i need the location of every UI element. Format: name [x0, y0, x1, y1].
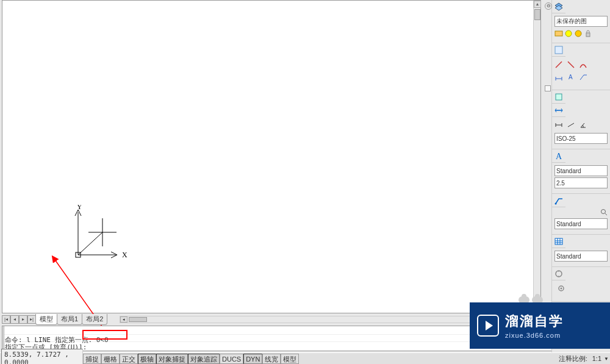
- table-style-label: Standard: [556, 253, 581, 260]
- text-icon: A: [554, 151, 564, 161]
- text-height-label: 2.5: [556, 180, 565, 187]
- svg-rect-15: [586, 33, 590, 37]
- dim-linear-icon[interactable]: [554, 121, 563, 130]
- leader-tool-icon[interactable]: [579, 73, 587, 82]
- layer-props-row: [554, 29, 608, 38]
- utilities-panel-icon[interactable]: [552, 267, 565, 280]
- toggle-polar[interactable]: 极轴: [138, 354, 156, 364]
- multileader-panel-icon[interactable]: [552, 194, 565, 207]
- tab-nav-prev[interactable]: ◂: [10, 315, 19, 324]
- toggle-model[interactable]: 模型: [281, 354, 299, 364]
- layer-lock-icon[interactable]: [584, 29, 592, 38]
- leader-style-label: Standard: [556, 221, 581, 227]
- svg-line-30: [568, 123, 574, 127]
- text-height-dropdown[interactable]: 2.5: [554, 177, 608, 188]
- line-tool-icon[interactable]: [554, 60, 563, 70]
- svg-point-13: [565, 30, 572, 37]
- constraints-panel-icon[interactable]: [552, 90, 565, 104]
- svg-text:Y: Y: [77, 205, 82, 211]
- watermark-url: zixue.3d66.com: [505, 332, 564, 339]
- svg-point-33: [601, 210, 606, 214]
- tab-layout2[interactable]: 布局2: [82, 314, 107, 325]
- tab-model[interactable]: 模型: [35, 314, 57, 325]
- watermark-logo: 溜溜自学 zixue.3d66.com: [470, 302, 610, 349]
- layer-props-icon[interactable]: [554, 29, 563, 38]
- layer-on-icon[interactable]: [564, 29, 573, 38]
- wrench-icon: [554, 269, 564, 279]
- leader-search-icon[interactable]: [600, 209, 608, 217]
- svg-point-14: [575, 30, 581, 37]
- text-style-dropdown[interactable]: Standard: [554, 165, 608, 176]
- svg-point-32: [555, 202, 557, 204]
- constraint-icon: [554, 92, 564, 102]
- layers-panel-icon[interactable]: [552, 0, 565, 13]
- svg-line-23: [580, 75, 584, 80]
- svg-line-7: [78, 232, 102, 255]
- leader-style-dropdown[interactable]: Standard: [554, 218, 608, 229]
- line2-tool-icon[interactable]: [567, 60, 575, 70]
- toggle-snap[interactable]: 捕捉: [83, 354, 101, 364]
- dim-style-label: ISO-25: [556, 135, 576, 142]
- svg-line-17: [556, 62, 562, 68]
- annotation-scale-value[interactable]: 1:1: [590, 354, 604, 363]
- svg-rect-4: [76, 252, 81, 257]
- palette-collapse-button[interactable]: ⊖: [545, 2, 552, 10]
- hscroll-thumb[interactable]: [129, 317, 147, 322]
- dimension-icon: [554, 105, 564, 115]
- tab-nav-first[interactable]: |◂: [2, 315, 10, 324]
- tab-nav-next[interactable]: ▸: [19, 315, 27, 324]
- svg-text:X: X: [122, 251, 127, 259]
- svg-text:A: A: [569, 74, 573, 80]
- tab-nav-last[interactable]: ▸|: [27, 315, 36, 324]
- svg-text:A: A: [556, 152, 562, 161]
- pencil-ruler-icon: [554, 45, 564, 55]
- dimension-panel-icon[interactable]: [552, 104, 565, 117]
- annotation-scale-dropdown-icon[interactable]: ▼: [604, 356, 610, 362]
- scroll-left-button[interactable]: ◂: [120, 316, 127, 323]
- toggle-ortho[interactable]: 正交: [120, 354, 138, 364]
- vertical-scrollbar[interactable]: ▲ ▼: [533, 1, 540, 313]
- svg-rect-25: [556, 94, 562, 100]
- text-annot-icon[interactable]: A: [567, 73, 575, 82]
- table-icon: [554, 237, 564, 246]
- draw-panel-icon[interactable]: [552, 43, 565, 57]
- svg-point-44: [561, 288, 562, 290]
- drawing-workspace: Y X ▲ ▼: [2, 0, 541, 313]
- drawing-canvas[interactable]: Y X: [2, 1, 533, 313]
- settings-gear-icon[interactable]: [557, 284, 565, 294]
- table-style-dropdown[interactable]: Standard: [554, 251, 608, 262]
- svg-rect-16: [555, 46, 562, 54]
- toggle-ducs[interactable]: DUCS: [220, 354, 243, 364]
- layer-state-label: 未保存的图: [556, 17, 587, 26]
- ucs-icon: Y X: [73, 205, 128, 263]
- dim-style-dropdown[interactable]: ISO-25: [554, 133, 608, 144]
- status-bar: 8.5339, 7.1727 , 0.0000 捕捉 栅格 正交 极轴 对象捕捉…: [0, 352, 610, 364]
- scroll-thumb[interactable]: [534, 9, 540, 20]
- svg-rect-35: [555, 238, 562, 244]
- dim-aligned-icon[interactable]: [567, 121, 575, 130]
- palette-pin-icon[interactable]: [545, 85, 551, 91]
- toggle-otrack[interactable]: 对象追踪: [188, 354, 220, 364]
- annotation-scale-label: 注释比例:: [556, 353, 590, 365]
- dim-angular-icon[interactable]: [579, 121, 587, 130]
- toggle-osnap[interactable]: 对象捕捉: [156, 354, 188, 364]
- watermark-title: 溜溜自学: [505, 312, 564, 330]
- table-panel-icon[interactable]: [552, 235, 565, 248]
- arc-tool-icon[interactable]: [579, 60, 587, 70]
- layer-state-dropdown[interactable]: 未保存的图: [554, 16, 608, 27]
- svg-line-34: [605, 213, 607, 215]
- tab-layout1[interactable]: 布局1: [57, 314, 82, 325]
- dim-tool-icon[interactable]: [554, 73, 563, 82]
- command-handle[interactable]: [2, 326, 4, 351]
- toggle-dyn[interactable]: DYN: [243, 354, 262, 364]
- tool-palette: ⊖ 未保存的图 A: [551, 0, 610, 352]
- coordinate-display[interactable]: 8.5339, 7.1727 , 0.0000: [1, 349, 83, 364]
- text-style-label: Standard: [556, 168, 581, 174]
- play-icon: [477, 315, 499, 337]
- layer-freeze-icon[interactable]: [574, 29, 583, 38]
- scroll-up-button[interactable]: ▲: [534, 1, 541, 8]
- toggle-lwt[interactable]: 线宽: [262, 354, 281, 364]
- text-panel-icon[interactable]: A: [552, 149, 565, 163]
- toggle-grid[interactable]: 栅格: [101, 354, 120, 364]
- layout-tabs-row: |◂ ◂ ▸ ▸| 模型 布局1 布局2 ◂ ▸: [2, 315, 541, 324]
